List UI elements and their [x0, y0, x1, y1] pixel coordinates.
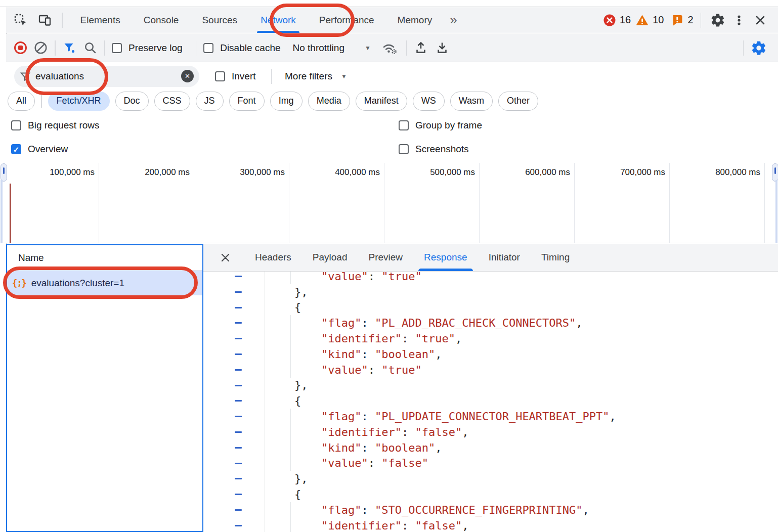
record-network-log-button[interactable]	[14, 41, 27, 54]
fold-marker-icon[interactable]	[235, 276, 242, 277]
fold-marker-icon[interactable]	[235, 400, 242, 402]
tab-performance[interactable]: Performance	[308, 7, 386, 33]
filter-input[interactable]: evaluations ✕	[14, 66, 199, 87]
fold-marker-icon[interactable]	[235, 385, 242, 386]
request-row[interactable]: {;}evaluations?cluster=1	[7, 271, 202, 295]
code-text: },	[203, 286, 308, 298]
detail-tab-timing[interactable]: Timing	[531, 244, 580, 271]
status-badges: 16 10 2	[603, 14, 694, 27]
more-tabs-icon[interactable]: »	[447, 12, 460, 28]
checkbox-box	[399, 144, 409, 154]
fold-marker-icon[interactable]	[235, 494, 242, 495]
fold-marker-icon[interactable]	[235, 447, 242, 449]
fold-marker-icon[interactable]	[235, 307, 242, 308]
fold-marker-icon[interactable]	[235, 509, 242, 511]
tab-memory[interactable]: Memory	[386, 7, 444, 33]
clear-network-log-icon[interactable]	[34, 41, 48, 55]
timeline-tick-label: 100,000 ms	[15, 167, 95, 179]
timeline-right-shade	[775, 180, 777, 243]
close-devtools-icon[interactable]	[752, 12, 769, 29]
fold-marker-icon[interactable]	[235, 353, 242, 355]
more-filters-dropdown[interactable]: More filters ▼	[285, 71, 347, 82]
console-warnings-badge[interactable]: 10	[635, 14, 664, 27]
network-conditions-icon[interactable]	[381, 40, 399, 56]
toolbar-separator	[271, 69, 272, 84]
invert-filter-checkbox[interactable]: Invert	[215, 71, 256, 82]
fold-marker-icon[interactable]	[235, 416, 242, 417]
tab-network[interactable]: Network	[249, 7, 308, 33]
fold-marker-icon[interactable]	[235, 463, 242, 464]
search-icon[interactable]	[83, 41, 97, 55]
big-request-rows-checkbox[interactable]: Big request rows	[11, 120, 100, 131]
device-toolbar-icon[interactable]	[36, 12, 54, 29]
code-text: {	[203, 394, 301, 407]
tab-console[interactable]: Console	[132, 7, 191, 33]
import-har-icon[interactable]	[414, 41, 428, 55]
chip-css[interactable]: CSS	[154, 92, 190, 111]
export-har-icon[interactable]	[435, 41, 449, 55]
fold-marker-icon[interactable]	[235, 338, 242, 339]
chip-other[interactable]: Other	[498, 92, 538, 111]
indent-guide	[290, 346, 291, 362]
chip-wasm[interactable]: Wasm	[450, 92, 493, 111]
fold-marker-icon[interactable]	[235, 291, 242, 293]
filter-funnel-icon[interactable]	[63, 41, 76, 55]
fold-marker-icon[interactable]	[235, 525, 242, 526]
chip-ws[interactable]: WS	[413, 92, 445, 111]
timeline-left-grip[interactable]	[1, 163, 7, 182]
network-settings-gear-icon[interactable]	[751, 40, 767, 56]
indent-guide	[290, 440, 291, 456]
screenshots-checkbox[interactable]: Screenshots	[399, 144, 469, 155]
timeline-tick-label: 600,000 ms	[490, 167, 570, 179]
code-line: "identifier": "false",	[203, 518, 778, 532]
fold-marker-icon[interactable]	[235, 322, 242, 324]
chip-all[interactable]: All	[8, 92, 35, 111]
name-column-header[interactable]: Name	[7, 245, 202, 271]
disable-cache-checkbox[interactable]: Disable cache	[203, 42, 280, 54]
code-line: "flag": "STO_OCCURRENCE_FINGERPRINTING",	[203, 502, 778, 518]
detail-tab-preview[interactable]: Preview	[358, 244, 414, 271]
clear-filter-icon[interactable]: ✕	[181, 70, 194, 82]
detail-tab-payload[interactable]: Payload	[302, 244, 358, 271]
timeline-tick-label: 300,000 ms	[205, 167, 285, 179]
more-options-icon[interactable]	[730, 12, 748, 29]
detail-tab-initiator[interactable]: Initiator	[478, 244, 531, 271]
timeline-right-grip[interactable]	[772, 163, 778, 182]
indent-guide	[290, 456, 291, 471]
fold-marker-icon[interactable]	[235, 369, 242, 371]
code-line: {	[203, 393, 778, 409]
checkbox-box	[215, 71, 225, 81]
inspect-element-icon[interactable]	[12, 12, 29, 29]
timeline-gridline	[194, 163, 194, 243]
chip-media[interactable]: Media	[308, 92, 350, 111]
network-overview-timeline[interactable]: 100,000 ms200,000 ms300,000 ms400,000 ms…	[0, 163, 778, 243]
network-filter-bar: evaluations ✕ Invert More filters ▼	[6, 62, 778, 90]
tab-elements[interactable]: Elements	[69, 7, 132, 33]
close-detail-icon[interactable]	[220, 252, 231, 263]
chip-doc[interactable]: Doc	[115, 92, 149, 111]
preserve-log-checkbox[interactable]: Preserve log	[112, 42, 183, 54]
response-code-viewer[interactable]: "value": "true"},{"flag": "PL_ADD_RBAC_C…	[203, 272, 778, 532]
fold-marker-icon[interactable]	[235, 431, 242, 433]
overview-checkbox[interactable]: Overview	[11, 144, 68, 155]
issue-count: 2	[687, 14, 693, 26]
chip-font[interactable]: Font	[229, 92, 265, 111]
fold-marker-icon[interactable]	[235, 478, 242, 479]
code-line: "kind": "boolean",	[203, 440, 778, 456]
error-icon	[603, 14, 616, 27]
chip-js[interactable]: JS	[196, 92, 224, 111]
group-by-frame-checkbox[interactable]: Group by frame	[399, 120, 482, 131]
issues-badge[interactable]: 2	[671, 14, 693, 26]
settings-gear-icon[interactable]	[709, 12, 726, 29]
timeline-gridline	[99, 163, 99, 243]
chip-manifest[interactable]: Manifest	[356, 92, 407, 111]
console-errors-badge[interactable]: 16	[603, 14, 631, 27]
tab-sources[interactable]: Sources	[190, 7, 249, 33]
chip-img[interactable]: Img	[270, 92, 302, 111]
request-detail-panel: HeadersPayloadPreviewResponseInitiatorTi…	[203, 244, 778, 532]
throttling-dropdown[interactable]: No throttling ▼	[293, 42, 371, 54]
detail-tab-response[interactable]: Response	[413, 244, 478, 271]
chip-fetch-xhr[interactable]: Fetch/XHR	[48, 92, 110, 111]
detail-tab-headers[interactable]: Headers	[244, 244, 302, 271]
checkbox-box	[11, 144, 21, 154]
